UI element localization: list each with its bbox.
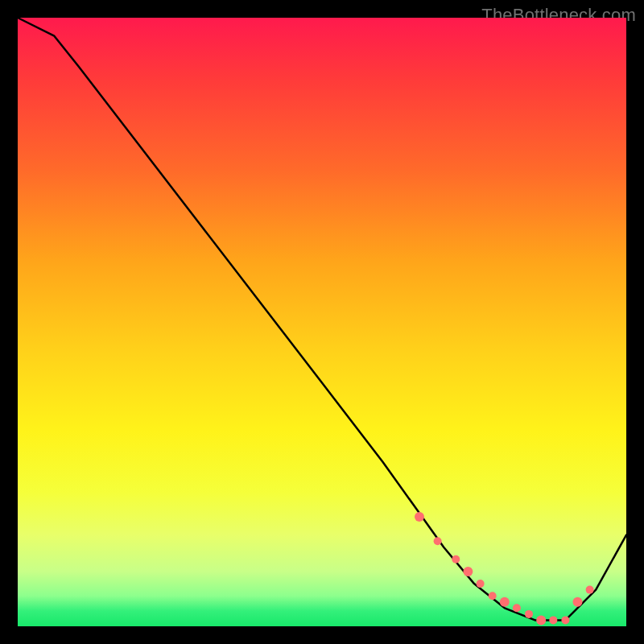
chart-frame: TheBottleneck.com (0, 0, 644, 644)
optimal-dot (525, 610, 533, 618)
plot-area (18, 18, 626, 626)
optimal-dot (477, 580, 485, 588)
optimal-dot (434, 537, 442, 545)
curve-svg (18, 18, 626, 626)
optimal-dot (549, 616, 557, 624)
optimal-dot (513, 604, 521, 612)
optimal-dot (586, 586, 594, 594)
bottleneck-curve (18, 18, 626, 620)
optimal-dot (573, 597, 583, 607)
optimal-dot (452, 555, 460, 564)
optimal-dot (415, 512, 424, 522)
optimal-dot (561, 616, 569, 624)
optimal-dot (463, 567, 473, 576)
optimal-dot (536, 615, 546, 625)
optimal-dot (500, 597, 510, 607)
optimal-dot (489, 592, 497, 600)
